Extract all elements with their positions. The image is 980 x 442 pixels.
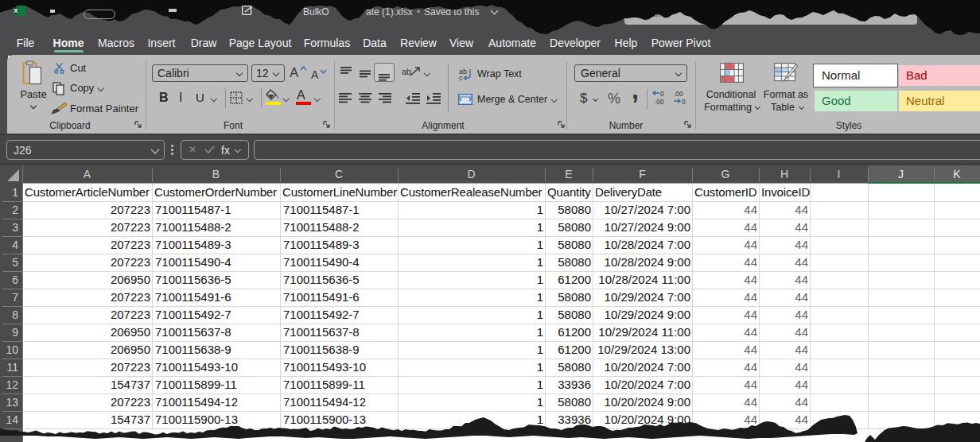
svg-text:c: c: [459, 74, 463, 81]
svg-text:X: X: [14, 7, 18, 14]
